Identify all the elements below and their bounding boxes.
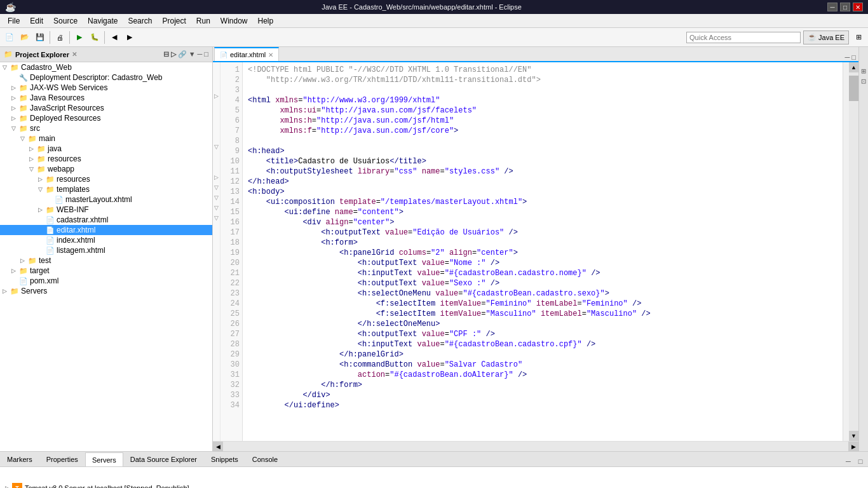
print-button[interactable]: 🖨 (53, 30, 67, 44)
tree-item-deployment[interactable]: 🔧Deployment Descriptor: Cadastro_Web (0, 72, 212, 83)
fold-4[interactable]: ▷ (213, 93, 220, 103)
tree-item-webapp[interactable]: ▽📁webapp (0, 164, 212, 174)
scroll-up[interactable]: ▲ (849, 62, 858, 72)
tree-item-masterLayout[interactable]: 📄masterLayout.xhtml (0, 194, 212, 205)
close-button[interactable]: ✕ (853, 3, 863, 11)
pe-menu-btn[interactable]: ▼ (189, 50, 196, 58)
tree-item-templates[interactable]: ▽📁templates (0, 184, 212, 194)
tree-item-cadastrar[interactable]: 📄cadastrar.xhtml (0, 215, 212, 225)
fold-13[interactable]: ▽ (213, 184, 220, 194)
tree-item-java-res[interactable]: ▷📁Java Resources (0, 93, 212, 103)
bottom-tabs: MarkersPropertiesServersData Source Expl… (0, 452, 868, 467)
tab-ctrl-max[interactable]: □ (851, 53, 856, 61)
tree-item-src[interactable]: ▽📁src (0, 123, 212, 133)
pe-max-btn[interactable]: □ (204, 50, 208, 58)
btab-min[interactable]: ─ (843, 456, 853, 466)
fold-14[interactable]: ▽ (213, 194, 220, 205)
perspective-config[interactable]: ⊞ (851, 30, 865, 44)
prev-button[interactable]: ◀ (107, 30, 121, 44)
bottom-tab-console[interactable]: Console (245, 452, 285, 466)
menu-item-window[interactable]: Window (215, 15, 253, 27)
open-button[interactable]: 📂 (18, 30, 32, 44)
fold-16[interactable]: ▽ (213, 215, 220, 225)
line-num-28: 28 (220, 339, 240, 349)
tree-icon-deployment: 🔧 (19, 74, 28, 82)
fold-9[interactable]: ▽ (213, 144, 220, 154)
tree-item-js-res[interactable]: ▷📁JavaScript Resources (0, 103, 212, 113)
menu-item-file[interactable]: File (3, 15, 25, 27)
new-button[interactable]: 📄 (3, 30, 17, 44)
code-line-6: xmlns:h="http://java.sun.com/jsf/html" (248, 116, 837, 126)
code-line-22: <h:outputText value="Sexo :" /> (248, 278, 837, 288)
menu-item-edit[interactable]: Edit (25, 15, 48, 27)
scroll-down[interactable]: ▼ (849, 431, 858, 441)
save-button[interactable]: 💾 (33, 30, 47, 44)
debug-button[interactable]: 🐛 (88, 30, 102, 44)
editor-tab-editar[interactable]: 📄 editar.xhtml ✕ (214, 47, 279, 61)
hscroll-right[interactable]: ▶ (848, 442, 858, 451)
line-num-25: 25 (220, 309, 240, 319)
quick-access-input[interactable] (686, 32, 801, 43)
menu-item-navigate[interactable]: Navigate (83, 15, 123, 27)
tree-label-resources: resources (57, 175, 90, 184)
menu-item-run[interactable]: Run (191, 15, 215, 27)
tree-item-editar[interactable]: 📄editar.xhtml (0, 225, 212, 235)
bottom-tab-snippets[interactable]: Snippets (204, 452, 245, 466)
tree-item-index[interactable]: 📄index.xhtml (0, 235, 212, 245)
run-button[interactable]: ▶ (72, 30, 86, 44)
next-button[interactable]: ▶ (123, 30, 137, 44)
code-line-29: </h:panelGrid> (248, 349, 837, 360)
tree-item-target[interactable]: ▷📁target (0, 266, 212, 276)
pe-collapse-btn[interactable]: ⊟ (163, 50, 169, 58)
perspective-button[interactable]: ☕ Java EE (803, 30, 849, 44)
tree-item-resources[interactable]: ▷📁resources (0, 174, 212, 184)
vertical-scrollbar[interactable]: ▲ ▼ (849, 62, 858, 441)
tree-item-cadastro_web[interactable]: ▽📁Cadastro_Web (0, 62, 212, 72)
hscroll-left[interactable]: ◀ (213, 442, 223, 451)
pe-min-btn[interactable]: ─ (198, 50, 203, 58)
tab-ctrl-min[interactable]: ─ (845, 53, 850, 61)
tree-item-WEB-INF[interactable]: ▷📁WEB-INF (0, 205, 212, 215)
bottom-tab-data-source-explorer[interactable]: Data Source Explorer (123, 452, 204, 466)
tree-item-test[interactable]: ▷📁test (0, 255, 212, 266)
fold-15[interactable]: ▽ (213, 205, 220, 215)
tree-label-editar: editar.xhtml (57, 226, 95, 234)
menu-item-search[interactable]: Search (123, 15, 157, 27)
rs-btn-2[interactable]: ⊡ (859, 76, 868, 86)
editor-tab-controls: ─ □ (845, 53, 858, 61)
tree-item-pom[interactable]: 📄pom.xml (0, 276, 212, 286)
tab-close-btn[interactable]: ✕ (268, 51, 273, 58)
pe-expand-btn[interactable]: ▷ (171, 50, 176, 58)
menu-item-help[interactable]: Help (253, 15, 279, 27)
tree-item-servers[interactable]: ▷📁Servers (0, 286, 212, 296)
tree-icon-masterLayout: 📄 (55, 196, 64, 204)
line-num-27: 27 (220, 329, 240, 339)
scroll-thumb[interactable] (849, 76, 858, 101)
expand-arrow[interactable]: ▷ (5, 485, 10, 489)
rs-btn-1[interactable]: ⊞ (859, 66, 868, 76)
code-content[interactable]: <!DOCTYPE html PUBLIC "-//W3C//DTD XHTML… (243, 62, 843, 441)
bottom-tab-markers[interactable]: Markers (0, 452, 39, 466)
tree-item-listagem[interactable]: 📄listagem.xhtml (0, 245, 212, 255)
bottom-tab-properties[interactable]: Properties (39, 452, 85, 466)
maximize-button[interactable]: □ (840, 3, 850, 11)
tree-item-java[interactable]: ▷📁java (0, 144, 212, 154)
code-line-17: <h:outputText value="Edição de Usuários"… (248, 227, 837, 238)
tree-item-resources-src[interactable]: ▷📁resources (0, 154, 212, 164)
tree-arrow-deployed: ▷ (11, 115, 18, 121)
tree-arrow-target: ▷ (11, 268, 18, 274)
tree-item-jax-ws[interactable]: ▷📁JAX-WS Web Services (0, 83, 212, 93)
fold-12[interactable]: ▷ (213, 174, 220, 184)
bottom-tab-servers[interactable]: Servers (85, 452, 123, 466)
pe-link-btn[interactable]: 🔗 (178, 50, 187, 58)
menu-item-source[interactable]: Source (48, 15, 83, 27)
menu-item-project[interactable]: Project (157, 15, 191, 27)
tree-item-main[interactable]: ▽📁main (0, 133, 212, 144)
tree-item-deployed[interactable]: ▷📁Deployed Resources (0, 113, 212, 123)
btab-max[interactable]: □ (855, 456, 865, 466)
minimize-button[interactable]: ─ (827, 3, 837, 11)
bottom-tab-controls: ─ □ (843, 456, 868, 466)
tree-icon-target: 📁 (19, 267, 28, 275)
tree-label-WEB-INF: WEB-INF (57, 205, 89, 214)
tree-arrow-jax-ws: ▷ (11, 85, 18, 91)
